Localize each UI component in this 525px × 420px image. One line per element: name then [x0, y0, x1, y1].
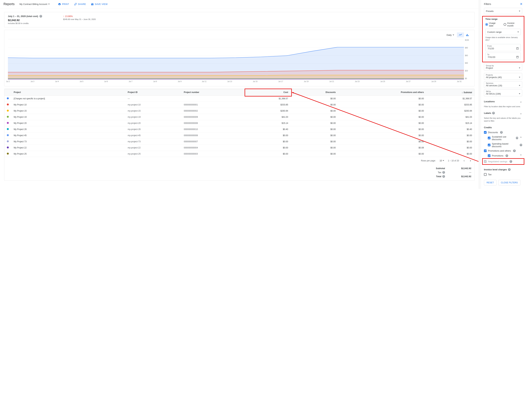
help-icon[interactable]: ?	[492, 112, 495, 114]
total-amount: $2,042.92	[8, 19, 42, 22]
reset-button[interactable]: RESET	[484, 180, 497, 186]
delta-indicator: ↑ 13.66%	[63, 15, 96, 18]
account-selector[interactable]: My Contract Billing Account	[19, 3, 50, 5]
locations-section-toggle[interactable]: Locations ⌄	[484, 99, 522, 104]
spending-based-checkbox[interactable]: Spending based discounts ?	[488, 141, 522, 149]
print-icon	[58, 3, 61, 6]
help-icon[interactable]: ?	[516, 137, 518, 139]
checkbox-on-icon	[484, 149, 487, 152]
chevron-down-icon	[519, 67, 520, 68]
chevron-up-icon[interactable]: ⌃	[520, 154, 522, 158]
services-select[interactable]: Services All services (16)	[484, 81, 522, 88]
save-view-button[interactable]: SAVE VIEW	[91, 3, 108, 6]
table-row[interactable]: My Project 45my-project-45000000000008$0…	[4, 132, 474, 139]
table-row[interactable]: My Project 15my-project-15000000000002$2…	[4, 108, 474, 114]
help-icon[interactable]: ?	[442, 171, 445, 174]
period-label: July 1 – 31, 2020 (total cost)	[8, 15, 38, 18]
help-icon[interactable]: ?	[508, 168, 511, 171]
from-date-input[interactable]	[487, 47, 505, 50]
total-label: Total	[436, 175, 441, 178]
summary-card: July 1 – 31, 2020 (total cost) ? $2,042.…	[4, 12, 475, 27]
pager: Rows per page: 10 1 – 10 of 20 ‹ ›	[4, 157, 474, 164]
table-row[interactable]: My Project 26my-project-26000000000010$0…	[4, 126, 474, 132]
totals-section: Subtotal$2,042.92 Tax?— Total?$2,042.92	[4, 164, 474, 180]
chevron-up-icon[interactable]: ⌃	[520, 136, 522, 140]
bar-chart-button[interactable]	[464, 32, 471, 37]
invoice-charges-title: Invoice level charges	[484, 168, 507, 171]
total-value: $2,042.92	[456, 175, 471, 178]
help-icon[interactable]: ?	[520, 144, 522, 146]
col-project-number: Project number	[181, 89, 245, 96]
share-button[interactable]: SHARE	[74, 3, 86, 6]
credits-note: includes $0.00 in credits	[8, 22, 42, 24]
page-range: 1 – 10 of 20	[448, 159, 459, 162]
skus-select[interactable]: SKUs All SKUs (194)	[484, 89, 522, 96]
labels-hint: Select the key and values of the labels …	[484, 117, 522, 122]
checkbox-disabled-icon	[484, 160, 487, 163]
chart-area: $100$80$60$40$20$0 Jul 2Jul 3Jul 4Jul 5J…	[8, 39, 471, 85]
rows-per-page-label: Rows per page:	[421, 159, 436, 162]
close-icon[interactable]: ✕	[520, 2, 523, 6]
subtotal-value: $2,042.92	[456, 167, 471, 170]
col-discounts: Discounts	[291, 89, 338, 96]
tax-value: —	[456, 171, 471, 174]
discounts-checkbox[interactable]: Discounts ?	[484, 130, 522, 135]
table-row[interactable]: My Project 25my-project-25000000000003$0…	[4, 151, 474, 157]
projects-select[interactable]: Projects All projects (40)	[484, 73, 522, 80]
arrow-up-icon: ↑	[63, 15, 64, 18]
chevron-down-icon: ⌄	[520, 100, 522, 103]
from-date-field[interactable]: From	[485, 44, 521, 51]
granularity-selector[interactable]: Daily	[447, 34, 454, 36]
col-cost: Cost	[245, 89, 291, 96]
table-row[interactable]: My Project 10my-project-10000000000001$3…	[4, 102, 474, 108]
prev-page-button[interactable]: ‹	[463, 159, 465, 162]
locations-hint: Filter by location data like region and …	[484, 105, 522, 108]
rows-per-page-select[interactable]: 10	[440, 159, 444, 162]
promotions-others-checkbox[interactable]: Promotions and others ?	[484, 149, 522, 153]
checkbox-off-icon	[484, 173, 487, 176]
calendar-icon[interactable]	[516, 47, 519, 50]
table-row[interactable]: My Project 73my-project-73000000000007$0…	[4, 139, 474, 145]
invoice-month-radio[interactable]: Invoice month	[504, 22, 521, 27]
cost-table: ProjectProject IDProject numberCostDisco…	[4, 89, 474, 157]
help-icon[interactable]: ?	[500, 131, 503, 134]
to-date-input[interactable]	[487, 56, 505, 59]
usage-date-radio[interactable]: Usage date	[485, 22, 500, 27]
table-card: ProjectProject IDProject numberCostDisco…	[4, 89, 475, 181]
labels-section-toggle[interactable]: Labels ? ⌄	[484, 110, 522, 116]
line-chart-button[interactable]	[457, 32, 464, 37]
checkbox-on-icon	[488, 137, 490, 139]
next-page-button[interactable]: ›	[469, 159, 472, 162]
help-icon[interactable]: ?	[510, 160, 512, 163]
to-date-field[interactable]: To	[485, 53, 521, 60]
chart-card: Daily $100$80$60$40$20$0 Jul 2Jul 3Jul 4…	[4, 30, 475, 86]
tax-checkbox[interactable]: Tax	[484, 172, 522, 177]
range-preset-select[interactable]: Custom range	[485, 29, 521, 35]
sustained-use-checkbox[interactable]: Sustained use discounts ? ⌃	[488, 135, 522, 141]
data-availability-note: Usage data is available since January 20…	[485, 36, 521, 42]
chart-type-toggle	[457, 32, 471, 37]
checkbox-on-icon	[488, 154, 490, 157]
presets-select[interactable]: Presets	[484, 8, 522, 14]
group-by-select[interactable]: Group by Project	[484, 64, 522, 71]
chevron-down-icon	[517, 32, 519, 32]
help-icon[interactable]: ?	[513, 149, 516, 152]
calendar-icon[interactable]	[516, 56, 519, 58]
print-button[interactable]: PRINT	[58, 3, 69, 6]
help-icon[interactable]: ?	[442, 175, 445, 178]
table-row[interactable]: My Project 20my-project-20000000000006$1…	[4, 120, 474, 126]
table-row[interactable]: My Project 19my-project-19000000000009$4…	[4, 114, 474, 120]
account-name: My Contract Billing Account	[19, 3, 47, 5]
checkbox-on-icon	[484, 131, 487, 134]
help-icon[interactable]: ?	[506, 154, 508, 157]
tax-label: Tax	[438, 171, 441, 174]
close-filters-button[interactable]: CLOSE FILTERS	[498, 180, 520, 186]
promotions-checkbox[interactable]: Promotions ? ⌃	[488, 153, 522, 159]
table-row[interactable]: [Charges not specific to a project]—$1,3…	[4, 96, 474, 102]
link-icon	[74, 3, 77, 6]
col-project: Project	[11, 89, 125, 96]
delta-note: $245.60 over May 31 – June 30, 2020	[63, 18, 96, 20]
table-row[interactable]: My Project 22my-project-22000000000004$0…	[4, 145, 474, 151]
help-icon[interactable]: ?	[39, 15, 42, 18]
chevron-down-icon	[443, 160, 444, 161]
